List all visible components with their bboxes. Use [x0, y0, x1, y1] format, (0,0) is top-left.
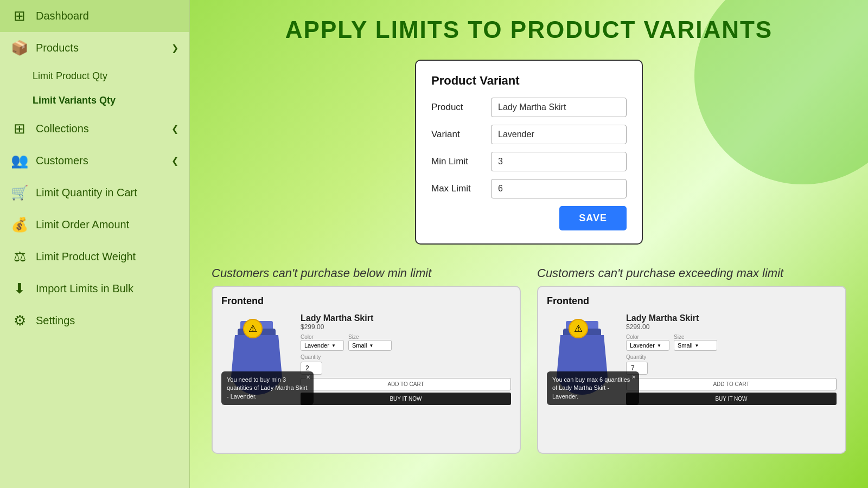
products-icon: 📦 — [11, 40, 28, 56]
card-title: Product Variant — [431, 74, 627, 88]
right-color-arrow: ▼ — [657, 343, 661, 348]
right-tooltip: ✕ You can buy max 6 quantities of Lady M… — [547, 371, 639, 405]
left-color-arrow: ▼ — [331, 343, 336, 348]
right-size-label: Size — [674, 334, 717, 340]
right-warning-badge: ⚠ — [569, 319, 588, 338]
right-preview-col: Customers can't purchase exceeding max l… — [537, 266, 846, 454]
right-frontend-header: Frontend — [547, 296, 837, 307]
max-limit-input[interactable] — [491, 179, 627, 198]
left-tooltip: ✕ You need to buy min 3 quantities of La… — [221, 371, 314, 405]
variant-row: Variant — [431, 125, 627, 144]
sidebar-sub-label: Limit Product Qty — [33, 70, 107, 82]
left-product-name: Lady Martha Skirt — [301, 313, 511, 323]
left-qty-label: Quantity — [301, 354, 511, 360]
min-limit-input[interactable] — [491, 152, 627, 171]
customers-icon: 👥 — [11, 152, 28, 169]
left-size-arrow: ▼ — [369, 343, 374, 348]
left-preview-col: Customers can't purchase below min limit… — [212, 266, 521, 454]
min-limit-label: Min Limit — [431, 156, 491, 167]
chevron-left-icon: ❮ — [171, 124, 178, 134]
left-frontend-inner: ⚠ Lady Martha Skirt $299.00 Color — [221, 313, 511, 405]
sidebar-item-limit-variants-qty[interactable]: Limit Variants Qty — [0, 88, 189, 113]
right-add-to-cart-btn[interactable]: ADD TO CART — [626, 378, 837, 390]
chevron-down-icon: ❯ — [171, 43, 178, 53]
right-buy-now-btn[interactable]: BUY IT NOW — [626, 393, 837, 405]
save-button[interactable]: SAVE — [559, 206, 627, 230]
left-preview-caption: Customers can't purchase below min limit — [212, 266, 521, 280]
variant-form-card: Product Variant Product Variant Min Limi… — [415, 60, 643, 245]
left-tooltip-close[interactable]: ✕ — [306, 374, 310, 381]
right-tooltip-close[interactable]: ✕ — [631, 374, 636, 381]
sidebar-item-dashboard[interactable]: ⊞ Dashboard — [0, 0, 189, 32]
right-product-name: Lady Martha Skirt — [626, 313, 837, 323]
import-icon: ⬇ — [11, 280, 28, 297]
gear-icon: ⚙ — [11, 312, 28, 329]
sidebar-item-limit-product-weight[interactable]: ⚖ Limit Product Weight — [0, 241, 189, 273]
page-title: APPLY LIMITS TO PRODUCT VARIANTS — [212, 16, 846, 43]
variant-label: Variant — [431, 129, 491, 140]
right-frontend-card: Frontend ⚠ Lady Martha Skirt $299.00 — [537, 286, 846, 454]
variant-input[interactable] — [491, 125, 627, 144]
left-warning-badge: ⚠ — [243, 319, 263, 338]
right-size-select[interactable]: Small ▼ — [674, 340, 717, 351]
left-product-price: $299.00 — [301, 323, 511, 331]
sidebar-item-label: Collections — [36, 123, 164, 135]
product-row: Product — [431, 98, 627, 117]
right-product-price: $299.00 — [626, 323, 837, 331]
left-color-select[interactable]: Lavender ▼ — [301, 340, 344, 351]
sidebar-item-limit-order-amount[interactable]: 💰 Limit Order Amount — [0, 209, 189, 241]
right-color-label: Color — [626, 334, 669, 340]
right-preview-caption: Customers can't purchase exceeding max l… — [537, 266, 846, 280]
preview-section: Customers can't purchase below min limit… — [212, 266, 846, 454]
left-size-select[interactable]: Small ▼ — [348, 340, 392, 351]
sidebar-item-label: Limit Order Amount — [36, 219, 178, 231]
sidebar-item-customers[interactable]: 👥 Customers ❮ — [0, 145, 189, 177]
dashboard-icon: ⊞ — [11, 8, 28, 24]
sidebar-sub-label: Limit Variants Qty — [33, 95, 116, 106]
sidebar-item-label: Customers — [36, 155, 164, 167]
right-size-arrow: ▼ — [695, 343, 699, 348]
sidebar-item-limit-product-qty[interactable]: Limit Product Qty — [0, 64, 189, 88]
right-product-info: Lady Martha Skirt $299.00 Color Lavender… — [626, 313, 837, 405]
chevron-left-icon: ❮ — [171, 156, 178, 166]
right-color-select[interactable]: Lavender ▼ — [626, 340, 669, 351]
left-buy-now-btn[interactable]: BUY IT NOW — [301, 393, 511, 405]
sidebar-item-import-limits-bulk[interactable]: ⬇ Import Limits in Bulk — [0, 273, 189, 305]
right-qty-label: Quantity — [626, 354, 837, 360]
main-content-area: APPLY LIMITS TO PRODUCT VARIANTS Product… — [190, 0, 868, 488]
right-frontend-inner: ⚠ Lady Martha Skirt $299.00 Color — [547, 313, 837, 405]
product-label: Product — [431, 102, 491, 113]
sidebar-item-label: Dashboard — [36, 10, 178, 22]
sidebar-item-label: Limit Quantity in Cart — [36, 187, 178, 199]
sidebar-item-products[interactable]: 📦 Products ❯ — [0, 32, 189, 64]
min-limit-row: Min Limit — [431, 152, 627, 171]
cart-icon: 🛒 — [11, 184, 28, 201]
sidebar-item-limit-quantity-cart[interactable]: 🛒 Limit Quantity in Cart — [0, 177, 189, 209]
left-color-label: Color — [301, 334, 344, 340]
max-limit-label: Max Limit — [431, 183, 491, 194]
sidebar-item-collections[interactable]: ⊞ Collections ❮ — [0, 113, 189, 145]
product-input[interactable] — [491, 98, 627, 117]
left-size-label: Size — [348, 334, 392, 340]
left-frontend-card: Frontend ⚠ Lady Martha Skirt $299.00 — [212, 286, 521, 454]
sidebar-item-label: Products — [36, 42, 164, 54]
left-add-to-cart-btn[interactable]: ADD TO CART — [301, 378, 511, 390]
weight-icon: ⚖ — [11, 248, 28, 265]
left-frontend-header: Frontend — [221, 296, 511, 307]
money-icon: 💰 — [11, 216, 28, 233]
max-limit-row: Max Limit — [431, 179, 627, 198]
sidebar-item-label: Limit Product Weight — [36, 251, 178, 263]
collections-icon: ⊞ — [11, 120, 28, 137]
sidebar-item-settings[interactable]: ⚙ Settings — [0, 305, 189, 337]
sidebar: ⊞ Dashboard 📦 Products ❯ Limit Product Q… — [0, 0, 190, 488]
sidebar-item-label: Import Limits in Bulk — [36, 282, 178, 295]
sidebar-item-label: Settings — [36, 314, 178, 327]
left-product-info: Lady Martha Skirt $299.00 Color Lavender… — [301, 313, 511, 405]
